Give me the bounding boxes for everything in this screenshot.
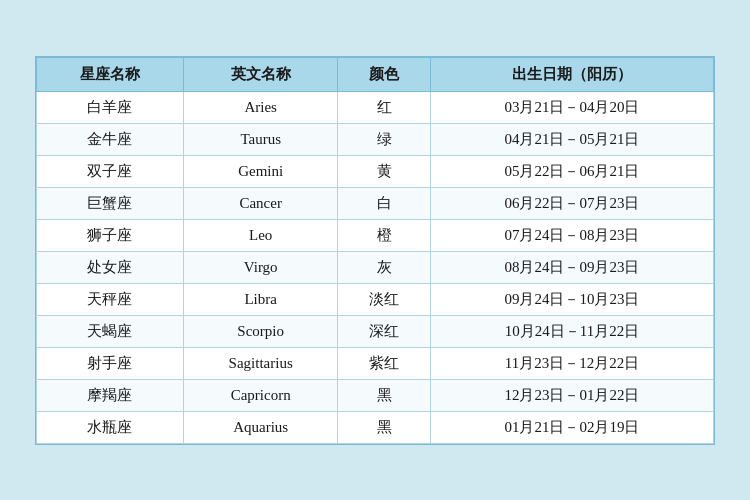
cell-english-name: Taurus [183,123,338,155]
cell-chinese-name: 狮子座 [37,219,184,251]
cell-color: 深红 [338,315,431,347]
cell-chinese-name: 水瓶座 [37,411,184,443]
cell-birthdate: 03月21日－04月20日 [430,91,713,123]
cell-english-name: Capricorn [183,379,338,411]
table-body: 白羊座Aries红03月21日－04月20日金牛座Taurus绿04月21日－0… [37,91,714,443]
cell-english-name: Sagittarius [183,347,338,379]
cell-color: 淡红 [338,283,431,315]
cell-color: 绿 [338,123,431,155]
cell-chinese-name: 巨蟹座 [37,187,184,219]
header-chinese-name: 星座名称 [37,57,184,91]
table-row: 摩羯座Capricorn黑12月23日－01月22日 [37,379,714,411]
cell-chinese-name: 天蝎座 [37,315,184,347]
cell-color: 紫红 [338,347,431,379]
cell-color: 灰 [338,251,431,283]
table-header-row: 星座名称 英文名称 颜色 出生日期（阳历） [37,57,714,91]
cell-english-name: Scorpio [183,315,338,347]
cell-color: 红 [338,91,431,123]
cell-chinese-name: 天秤座 [37,283,184,315]
table-row: 狮子座Leo橙07月24日－08月23日 [37,219,714,251]
cell-english-name: Aries [183,91,338,123]
cell-chinese-name: 射手座 [37,347,184,379]
cell-birthdate: 11月23日－12月22日 [430,347,713,379]
zodiac-table: 星座名称 英文名称 颜色 出生日期（阳历） 白羊座Aries红03月21日－04… [36,57,714,444]
cell-birthdate: 01月21日－02月19日 [430,411,713,443]
cell-chinese-name: 金牛座 [37,123,184,155]
cell-birthdate: 08月24日－09月23日 [430,251,713,283]
cell-birthdate: 12月23日－01月22日 [430,379,713,411]
cell-birthdate: 09月24日－10月23日 [430,283,713,315]
table-row: 射手座Sagittarius紫红11月23日－12月22日 [37,347,714,379]
cell-english-name: Leo [183,219,338,251]
cell-english-name: Cancer [183,187,338,219]
cell-chinese-name: 摩羯座 [37,379,184,411]
zodiac-table-wrapper: 星座名称 英文名称 颜色 出生日期（阳历） 白羊座Aries红03月21日－04… [35,56,715,445]
table-row: 处女座Virgo灰08月24日－09月23日 [37,251,714,283]
cell-chinese-name: 处女座 [37,251,184,283]
cell-birthdate: 10月24日－11月22日 [430,315,713,347]
cell-english-name: Gemini [183,155,338,187]
table-row: 水瓶座Aquarius黑01月21日－02月19日 [37,411,714,443]
cell-birthdate: 04月21日－05月21日 [430,123,713,155]
cell-color: 黑 [338,411,431,443]
cell-english-name: Virgo [183,251,338,283]
cell-color: 橙 [338,219,431,251]
header-english-name: 英文名称 [183,57,338,91]
cell-chinese-name: 双子座 [37,155,184,187]
cell-english-name: Libra [183,283,338,315]
cell-birthdate: 07月24日－08月23日 [430,219,713,251]
cell-birthdate: 06月22日－07月23日 [430,187,713,219]
cell-chinese-name: 白羊座 [37,91,184,123]
cell-color: 黑 [338,379,431,411]
cell-english-name: Aquarius [183,411,338,443]
cell-color: 白 [338,187,431,219]
table-row: 天秤座Libra淡红09月24日－10月23日 [37,283,714,315]
table-row: 巨蟹座Cancer白06月22日－07月23日 [37,187,714,219]
table-row: 天蝎座Scorpio深红10月24日－11月22日 [37,315,714,347]
table-row: 金牛座Taurus绿04月21日－05月21日 [37,123,714,155]
table-row: 白羊座Aries红03月21日－04月20日 [37,91,714,123]
cell-birthdate: 05月22日－06月21日 [430,155,713,187]
table-row: 双子座Gemini黄05月22日－06月21日 [37,155,714,187]
cell-color: 黄 [338,155,431,187]
header-color: 颜色 [338,57,431,91]
header-birthdate: 出生日期（阳历） [430,57,713,91]
